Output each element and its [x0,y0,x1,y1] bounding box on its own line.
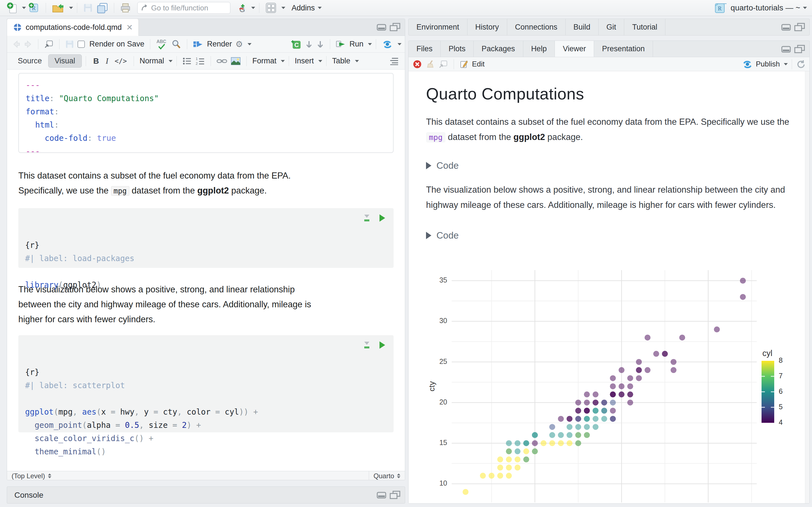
table-menu-caret[interactable] [355,60,359,62]
format-menu[interactable]: Format [252,57,276,65]
maximize-pane-icon[interactable] [794,45,805,54]
rendered-document[interactable]: Quarto Computations This dataset contain… [409,71,809,504]
run-next-icon[interactable] [316,39,324,50]
minimize-pane-icon[interactable] [781,45,792,54]
tab-presentation[interactable]: Presentation [594,41,653,57]
new-chunk-icon[interactable]: C [290,39,302,50]
popout-window-icon[interactable] [44,39,54,50]
minimize-pane-icon[interactable] [781,23,792,32]
project-selector[interactable]: R quarto-tutorials — ~ [714,1,807,14]
console-pane[interactable]: Console [7,487,405,504]
project-caret[interactable] [803,7,807,9]
refresh-icon[interactable] [796,59,806,69]
forward-icon[interactable] [24,39,33,50]
render-label[interactable]: Render [207,40,232,48]
publish-caret[interactable] [784,63,788,65]
render-settings-caret[interactable] [248,43,252,45]
image-icon[interactable] [231,55,241,67]
code-fold-toggle-1[interactable]: Code [426,160,809,171]
table-menu[interactable]: Table [332,57,350,65]
stop-icon[interactable] [412,59,422,69]
maximize-pane-icon[interactable] [794,23,805,32]
run-chunk-icon[interactable] [378,341,386,349]
tab-packages[interactable]: Packages [474,41,523,57]
tab-close-icon[interactable]: ✕ [126,23,133,32]
tab-viewer[interactable]: Viewer [555,41,594,57]
open-file-caret[interactable] [69,7,73,9]
render-on-save-checkbox[interactable] [78,41,85,48]
outline-toggle-icon[interactable] [389,55,399,67]
spellcheck-icon[interactable]: ABC [156,39,168,50]
insert-menu[interactable]: Insert [295,57,314,65]
publish-icon[interactable] [742,59,753,69]
bullet-list-icon[interactable] [183,55,192,67]
tab-build[interactable]: Build [566,19,599,35]
editor-content[interactable]: ---title: "Quarto Computations"format: h… [7,69,405,471]
new-project-icon[interactable]: R [28,2,40,13]
publish-button[interactable]: Publish [756,60,780,68]
run-all-above-icon[interactable] [363,341,371,349]
save-all-icon[interactable] [96,2,108,13]
back-icon[interactable] [12,39,20,50]
tab-connections[interactable]: Connections [507,19,566,35]
source-sync-icon[interactable] [382,39,393,50]
edit-pencil-icon[interactable] [460,59,468,70]
format-menu-caret[interactable] [281,60,285,62]
paragraph-style-caret[interactable] [168,60,172,62]
numbered-list-icon[interactable]: 12 [195,55,205,67]
tab-environment[interactable]: Environment [409,19,467,35]
open-file-icon[interactable] [52,2,64,13]
clear-viewer-broom-icon[interactable] [426,59,435,70]
run-all-above-icon[interactable] [363,214,371,222]
addins-button[interactable]: Addins [292,4,315,12]
minimize-pane-icon[interactable] [377,491,387,500]
source-mode-button[interactable]: Source [11,55,48,67]
insert-menu-caret[interactable] [318,60,322,62]
git-caret[interactable] [251,7,255,9]
run-chunk-icon[interactable] [378,214,386,222]
visual-mode-button[interactable]: Visual [48,54,82,68]
git-icon[interactable]: G [237,2,247,13]
search-icon[interactable] [171,39,181,50]
editor-tab[interactable]: computations-code-fold.qmd ✕ [7,19,139,36]
language-mode-selector[interactable]: Quarto [369,471,405,481]
run-caret[interactable] [368,43,372,45]
save-doc-icon[interactable] [65,39,74,50]
panes-caret[interactable] [282,7,285,9]
tab-tutorial[interactable]: Tutorial [624,19,665,35]
code-format-button[interactable]: </> [115,57,127,65]
tab-plots[interactable]: Plots [441,41,474,57]
yaml-front-matter[interactable]: ---title: "Quarto Computations"format: h… [18,73,394,153]
goto-file-function-input[interactable]: Go to file/function [137,2,231,14]
save-icon[interactable] [83,2,93,13]
source-sync-caret[interactable] [398,43,402,45]
bold-button[interactable]: B [93,57,99,66]
tab-files[interactable]: Files [409,41,441,57]
run-label[interactable]: Run [349,40,363,48]
maximize-pane-icon[interactable] [390,23,400,32]
render-icon[interactable] [193,39,204,50]
new-file-icon[interactable] [7,2,17,13]
edit-button[interactable]: Edit [472,60,485,68]
tab-history[interactable]: History [467,19,507,35]
print-icon[interactable] [120,2,131,13]
scope-selector[interactable]: (Top Level) [7,472,51,480]
run-icon[interactable] [336,39,346,50]
viewer-scrollbar[interactable] [805,71,809,504]
code-chunk-scatterplot[interactable]: {r}#| label: scatterplot ggplot(mpg, aes… [18,335,394,432]
link-icon[interactable] [216,55,227,67]
tab-git[interactable]: Git [599,19,624,35]
maximize-pane-icon[interactable] [390,491,400,500]
addins-caret[interactable] [318,7,322,9]
paragraph-style-select[interactable]: Normal [140,57,164,65]
editor-paragraph-1[interactable]: This dataset contains a subset of the fu… [18,168,394,199]
tab-help[interactable]: Help [523,41,555,57]
popout-viewer-icon[interactable] [439,59,448,70]
code-fold-toggle-2[interactable]: Code [426,230,809,241]
new-file-caret[interactable] [22,7,26,9]
panes-layout-icon[interactable] [265,2,277,13]
minimize-pane-icon[interactable] [377,23,387,32]
run-previous-icon[interactable] [305,39,313,50]
italic-button[interactable]: I [106,56,109,66]
render-settings-gear-icon[interactable]: ⚙ [236,39,243,50]
